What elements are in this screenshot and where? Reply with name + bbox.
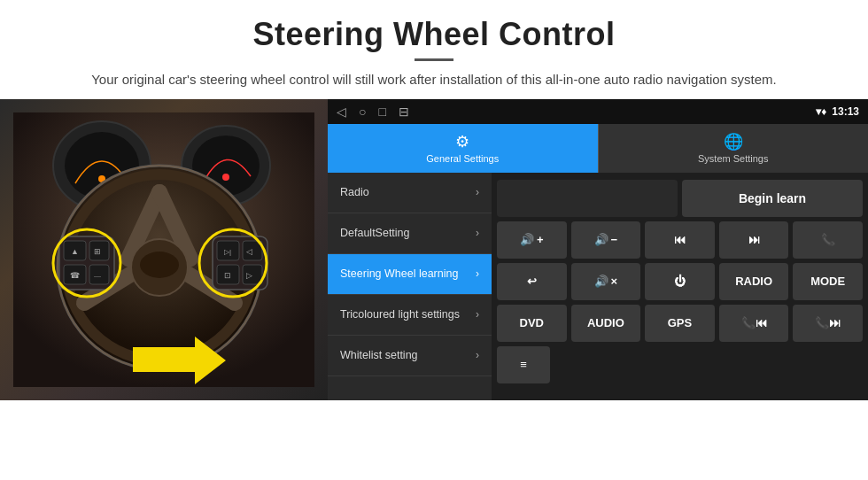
page-title: Steering Wheel Control (53, 16, 815, 53)
vol-down-icon: 🔊 (594, 233, 608, 246)
chevron-icon-tricoloured: › (476, 308, 479, 321)
radio-label: RADIO (735, 275, 772, 288)
list-icon: ≡ (520, 358, 527, 371)
svg-text:⊡: ⊡ (224, 271, 231, 280)
vol-up-icon: 🔊 (520, 233, 534, 246)
menu-steering-label: Steering Wheel learning (340, 267, 476, 280)
vol-down-button[interactable]: 🔊− (571, 221, 641, 259)
menu-item-defaultsetting[interactable]: DefaultSetting › (328, 213, 492, 254)
content-area: Radio › DefaultSetting › Steering Wheel … (328, 173, 868, 400)
status-indicators: ▾♦ 13:13 (816, 105, 859, 118)
svg-text:⊞: ⊞ (94, 247, 101, 256)
vol-up-button[interactable]: 🔊+ (497, 221, 567, 259)
bottom-section: ▲ ⊞ ☎ — ▷| ◁ ⊡ ▷ (0, 99, 868, 400)
next-icon: ⏭ (748, 233, 760, 246)
phone-next-button[interactable]: 📞⏭ (793, 305, 863, 342)
phone-next-icon: 📞⏭ (815, 316, 841, 329)
nav-buttons: ◁ ○ □ ⊟ (337, 105, 409, 119)
right-panel: Begin learn 🔊+ 🔊− ⏮ ⏭ (492, 173, 868, 400)
tab-system-settings[interactable]: 🌐 System Settings (598, 124, 869, 173)
phone-icon: 📞 (821, 233, 835, 246)
row-secondary-controls: ↩ 🔊× ⏻ RADIO MODE (497, 263, 863, 300)
svg-text:▷|: ▷| (224, 248, 231, 256)
chevron-icon-steering: › (476, 267, 479, 280)
radio-button[interactable]: RADIO (719, 263, 789, 300)
power-button[interactable]: ⏻ (645, 263, 715, 300)
menu-whitelist-label: Whitelist setting (340, 349, 476, 361)
globe-icon: 🌐 (724, 132, 743, 151)
car-image: ▲ ⊞ ☎ — ▷| ◁ ⊡ ▷ (0, 99, 328, 400)
mute-button[interactable]: 🔊× (571, 263, 641, 300)
svg-text:◁: ◁ (246, 247, 252, 256)
tab-system-label: System Settings (698, 153, 768, 164)
mode-label: MODE (810, 275, 845, 288)
chevron-icon-radio: › (476, 186, 479, 198)
hangup-icon: ↩ (527, 275, 537, 288)
gps-button[interactable]: GPS (645, 305, 715, 342)
tab-general-label: General Settings (426, 153, 499, 164)
phone-prev-icon: 📞⏮ (741, 316, 767, 329)
nav-recent-icon[interactable]: □ (378, 105, 385, 119)
mode-button[interactable]: MODE (793, 263, 863, 300)
menu-tricoloured-label: Tricoloured light settings (340, 308, 476, 321)
clock: 13:13 (832, 105, 859, 118)
page-subtitle: Your original car's steering wheel contr… (53, 70, 815, 90)
nav-back-icon[interactable]: ◁ (337, 105, 346, 119)
svg-text:▲: ▲ (71, 247, 79, 256)
svg-text:▷: ▷ (246, 271, 252, 280)
key-input-display (497, 180, 678, 217)
menu-item-radio[interactable]: Radio › (328, 173, 492, 213)
tab-general-settings[interactable]: ⚙ General Settings (328, 124, 598, 173)
chevron-icon-default: › (476, 227, 479, 239)
menu-default-label: DefaultSetting (340, 227, 476, 239)
nav-home-icon[interactable]: ○ (359, 105, 366, 119)
hang-up-button[interactable]: ↩ (497, 263, 567, 300)
row-media-controls: 🔊+ 🔊− ⏮ ⏭ 📞 (497, 221, 863, 259)
mute-icon: 🔊 (594, 275, 608, 288)
steering-wheel-bg: ▲ ⊞ ☎ — ▷| ◁ ⊡ ▷ (0, 99, 328, 400)
dvd-button[interactable]: DVD (497, 305, 567, 342)
tab-bar: ⚙ General Settings 🌐 System Settings (328, 124, 868, 173)
menu-item-steering[interactable]: Steering Wheel learning › (328, 254, 492, 295)
phone-prev-button[interactable]: 📞⏮ (719, 305, 789, 342)
status-bar: ◁ ○ □ ⊟ ▾♦ 13:13 (328, 99, 868, 124)
menu-item-tricoloured[interactable]: Tricoloured light settings › (328, 295, 492, 336)
signal-icon: ▾♦ (816, 105, 826, 118)
nav-menu-icon[interactable]: ⊟ (399, 105, 409, 119)
chevron-icon-whitelist: › (476, 349, 479, 361)
dvd-label: DVD (520, 316, 544, 329)
begin-learn-button[interactable]: Begin learn (682, 180, 863, 217)
power-icon: ⏻ (674, 275, 686, 288)
row-extra-controls: ≡ (497, 346, 863, 383)
steering-wheel-svg: ▲ ⊞ ☎ — ▷| ◁ ⊡ ▷ (13, 112, 314, 387)
menu-radio-label: Radio (340, 186, 476, 198)
android-ui: ◁ ○ □ ⊟ ▾♦ 13:13 ⚙ General Settings 🌐 Sy… (328, 99, 868, 400)
gear-icon: ⚙ (455, 132, 469, 151)
svg-text:☎: ☎ (70, 271, 80, 280)
header-section: Steering Wheel Control Your original car… (0, 0, 868, 99)
audio-button[interactable]: AUDIO (571, 305, 641, 342)
prev-track-button[interactable]: ⏮ (645, 221, 715, 259)
svg-point-6 (222, 174, 229, 181)
row-begin-learn: Begin learn (497, 180, 863, 217)
left-menu: Radio › DefaultSetting › Steering Wheel … (328, 173, 492, 400)
gps-label: GPS (668, 316, 692, 329)
next-track-button[interactable]: ⏭ (719, 221, 789, 259)
audio-label: AUDIO (587, 316, 624, 329)
svg-point-15 (140, 252, 179, 278)
svg-text:—: — (94, 272, 101, 280)
prev-icon: ⏮ (674, 233, 686, 246)
list-button[interactable]: ≡ (497, 346, 550, 383)
title-divider (415, 58, 453, 61)
call-button[interactable]: 📞 (793, 221, 863, 259)
row-source-controls: DVD AUDIO GPS 📞⏮ 📞⏭ (497, 305, 863, 342)
menu-item-whitelist[interactable]: Whitelist setting › (328, 336, 492, 376)
